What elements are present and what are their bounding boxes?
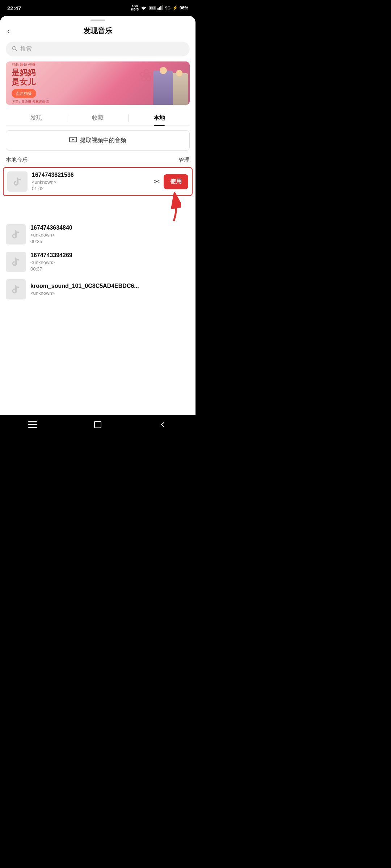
back-button[interactable]: ‹	[7, 27, 10, 35]
nav-home-button[interactable]	[91, 417, 105, 432]
nav-back-button[interactable]	[156, 417, 170, 432]
music-info-1: 1674743821536 <unknown> 01:02	[32, 172, 150, 191]
svg-line-5	[16, 50, 17, 51]
banner-text: 河曲 唐钱 倍番 是妈妈 是女儿 点击拍摄 演唱：黄绮珊 希林娜依·高	[6, 61, 132, 105]
music-thumb-2	[6, 224, 26, 244]
music-duration-3: 00:37	[30, 266, 190, 272]
kb-speed: 8.00 KB/S	[131, 4, 139, 12]
scissors-icon-1[interactable]: ✂	[154, 177, 160, 186]
status-icons: 8.00 KB/S HD 5G ⚡ 96%	[131, 4, 188, 12]
svg-rect-11	[28, 427, 37, 428]
page-header: ‹ 发现音乐	[0, 23, 196, 42]
music-thumb-3	[6, 252, 26, 272]
use-button-1[interactable]: 使用	[164, 174, 188, 189]
music-info-3: 1674743394269 <unknown> 00:37	[30, 252, 190, 272]
extract-icon	[69, 136, 77, 145]
banner-singer: 演唱：黄绮珊 希林娜依·高	[12, 99, 126, 104]
wifi-icon	[140, 5, 147, 11]
svg-rect-1	[159, 7, 160, 10]
tab-favorites[interactable]: 收藏	[67, 111, 129, 125]
tab-local[interactable]: 本地	[129, 111, 190, 125]
extract-audio-button[interactable]: 提取视频中的音频	[6, 130, 190, 151]
bottom-nav	[0, 415, 196, 434]
status-time: 22:47	[7, 5, 21, 11]
page-title: 发现音乐	[83, 26, 112, 36]
music-name-1: 1674743821536	[32, 172, 150, 178]
music-info-4: kroom_sound_101_0C8C5AD4EBDC6... <unknow…	[30, 283, 190, 296]
content-scroll[interactable]: 搜索 河曲 唐钱 倍番 是妈妈 是女儿 点击拍摄 演唱：黄绮珊 希林娜依·高	[0, 42, 196, 415]
music-duration-2: 00:35	[30, 239, 190, 244]
nav-menu-button[interactable]	[25, 417, 40, 432]
banner-title-line2: 是女儿	[12, 77, 126, 87]
svg-rect-10	[28, 424, 37, 425]
drag-handle[interactable]	[0, 16, 196, 23]
status-bar: 22:47 8.00 KB/S HD 5G ⚡ 96%	[0, 0, 196, 16]
music-item-4: kroom_sound_101_0C8C5AD4EBDC6... <unknow…	[0, 276, 196, 303]
hd-badge: HD	[149, 6, 156, 10]
banner-title-line1: 是妈妈	[12, 68, 126, 77]
music-info-2: 1674743634840 <unknown> 00:35	[30, 225, 190, 244]
music-artist-2: <unknown>	[30, 232, 190, 238]
section-header: 本地音乐 管理	[0, 157, 196, 167]
music-name-2: 1674743634840	[30, 225, 190, 231]
drag-handle-bar	[91, 20, 105, 21]
banner-song-info: 河曲 唐钱 倍番	[12, 62, 126, 67]
music-actions-1: ✂ 使用	[154, 174, 188, 189]
5g-badge: 5G	[165, 6, 171, 10]
svg-rect-12	[94, 421, 101, 428]
music-list: 1674743821536 <unknown> 01:02 ✂ 使用	[0, 167, 196, 303]
music-artist-3: <unknown>	[30, 260, 190, 265]
music-item-1: 1674743821536 <unknown> 01:02 ✂ 使用	[3, 167, 193, 196]
arrow-spacer	[0, 199, 196, 221]
section-title: 本地音乐	[6, 157, 28, 163]
extract-label: 提取视频中的音频	[80, 137, 126, 144]
svg-rect-9	[28, 421, 37, 422]
tab-discover[interactable]: 发现	[6, 111, 67, 125]
music-thumb-1	[7, 171, 28, 192]
signal-icon	[157, 5, 163, 11]
music-duration-1: 01:02	[32, 186, 150, 191]
tab-bar: 发现 收藏 本地	[6, 111, 190, 126]
banner: 河曲 唐钱 倍番 是妈妈 是女儿 点击拍摄 演唱：黄绮珊 希林娜依·高 ❀	[6, 61, 190, 105]
main-sheet: ‹ 发现音乐 搜索 河曲 唐钱 倍番 是妈妈 是女儿 点击拍摄 演唱：黄绮珊 希…	[0, 16, 196, 415]
svg-rect-0	[157, 8, 159, 10]
manage-button[interactable]: 管理	[179, 157, 190, 163]
search-bar[interactable]: 搜索	[6, 42, 190, 56]
music-item-2: 1674743634840 <unknown> 00:35	[0, 221, 196, 248]
music-name-3: 1674743394269	[30, 252, 190, 259]
battery-percent: 96%	[180, 5, 188, 10]
search-placeholder: 搜索	[20, 45, 32, 53]
svg-marker-7	[72, 139, 74, 140]
search-icon	[12, 46, 17, 53]
music-item-3: 1674743394269 <unknown> 00:37	[0, 248, 196, 276]
music-name-4: kroom_sound_101_0C8C5AD4EBDC6...	[30, 283, 190, 289]
banner-cta[interactable]: 点击拍摄	[12, 89, 36, 98]
svg-rect-3	[162, 5, 163, 10]
music-artist-1: <unknown>	[32, 179, 150, 185]
battery-icon: ⚡	[172, 5, 178, 10]
svg-point-4	[13, 46, 16, 50]
music-artist-4: <unknown>	[30, 290, 190, 296]
svg-rect-2	[160, 6, 161, 10]
music-thumb-4	[6, 279, 26, 299]
